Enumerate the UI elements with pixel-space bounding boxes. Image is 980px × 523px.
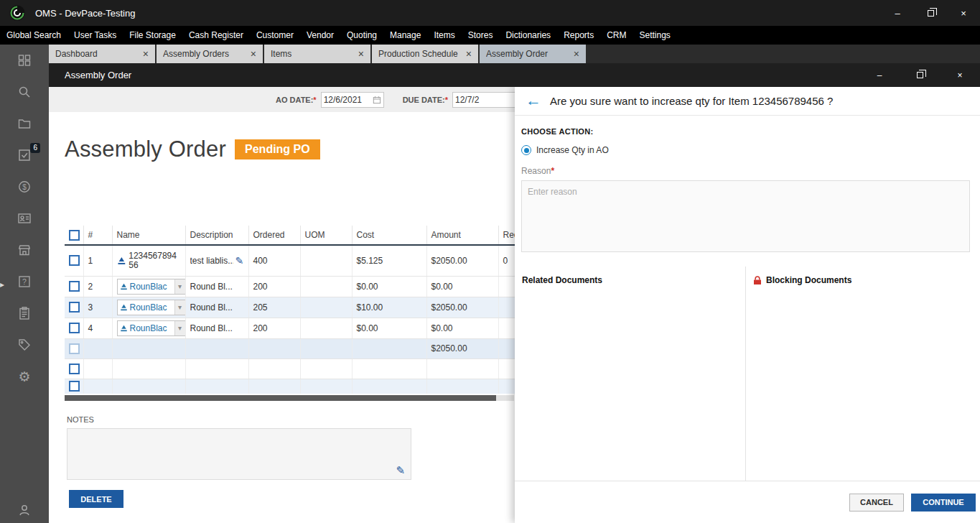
item-type-icon — [120, 282, 128, 290]
edit-description-icon[interactable]: ✎ — [235, 255, 244, 267]
menu-item-manage[interactable]: Manage — [383, 26, 427, 45]
column-header-received[interactable]: Rec — [498, 226, 515, 245]
increase-qty-radio-option[interactable]: Increase Qty in AO — [521, 145, 970, 155]
cell-uom[interactable] — [300, 245, 352, 276]
sidebar-item-files[interactable] — [0, 108, 49, 139]
column-header-uom[interactable]: UOM — [300, 226, 352, 245]
radio-selected-icon[interactable] — [521, 145, 531, 155]
row-checkbox[interactable] — [69, 323, 80, 333]
sidebar-item-tags[interactable] — [0, 329, 49, 361]
tab-production-schedule[interactable]: Production Schedule × — [372, 45, 478, 63]
item-name-link[interactable]: 123456789456 — [129, 251, 180, 270]
ao-date-input[interactable] — [324, 95, 373, 105]
inner-restore-button[interactable] — [900, 63, 940, 87]
sidebar-item-money[interactable]: $ — [0, 171, 49, 203]
sidebar-item-dashboard[interactable] — [0, 45, 49, 76]
minimize-button[interactable]: – — [881, 0, 914, 26]
sidebar-item-orders[interactable] — [0, 297, 49, 329]
cell-ordered[interactable]: 205 — [248, 297, 300, 318]
item-type-icon — [120, 324, 128, 332]
chevron-down-icon[interactable]: ▾ — [174, 321, 185, 335]
menu-item-stores[interactable]: Stores — [462, 26, 500, 45]
cell-ordered[interactable]: 200 — [248, 318, 300, 338]
tab-items[interactable]: Items × — [264, 45, 370, 63]
edit-notes-icon[interactable]: ✎ — [396, 464, 405, 477]
cell-uom[interactable] — [300, 297, 352, 318]
column-header-name[interactable]: Name — [112, 226, 185, 245]
row-checkbox[interactable] — [69, 255, 80, 266]
cell-ordered[interactable]: 200 — [248, 276, 300, 297]
continue-button[interactable]: CONTINUE — [911, 494, 976, 512]
tab-assembly-order[interactable]: Assembly Order × — [480, 45, 586, 63]
column-header-description[interactable]: Description — [185, 226, 248, 245]
notes-field[interactable]: ✎ — [67, 428, 411, 480]
restore-button[interactable] — [914, 0, 947, 26]
item-select-combobox[interactable]: RounBlac ▾ — [117, 320, 186, 336]
related-documents-title: Related Documents — [522, 275, 738, 285]
row-checkbox[interactable] — [69, 364, 80, 374]
cell-cost[interactable]: $10.00 — [352, 297, 426, 318]
sidebar-item-tasks[interactable]: 6 — [0, 139, 49, 171]
column-header-num[interactable]: # — [83, 226, 112, 245]
cell-uom[interactable] — [300, 318, 352, 338]
menu-item-reports[interactable]: Reports — [557, 26, 600, 45]
tab-close-icon[interactable]: × — [139, 48, 149, 60]
scrollbar-thumb[interactable] — [65, 395, 496, 401]
menu-item-crm[interactable]: CRM — [600, 26, 633, 45]
menu-item-customer[interactable]: Customer — [250, 26, 300, 45]
delete-button[interactable]: DELETE — [69, 490, 123, 508]
horizontal-scrollbar[interactable] — [65, 395, 514, 401]
status-badge: Pending PO — [235, 139, 320, 159]
row-checkbox[interactable] — [69, 302, 80, 313]
item-select-combobox[interactable]: RounBlac ▾ — [117, 279, 186, 295]
menu-item-file-storage[interactable]: File Storage — [123, 26, 182, 45]
sidebar-item-help[interactable]: ? — [0, 266, 49, 297]
sidebar-item-search[interactable] — [0, 76, 49, 108]
cell-cost[interactable]: $0.00 — [352, 276, 426, 297]
cell-uom[interactable] — [300, 276, 352, 297]
inner-window-titlebar: Assembly Order – × — [49, 63, 980, 87]
tab-close-icon[interactable]: × — [462, 48, 472, 60]
menu-item-vendor[interactable]: Vendor — [300, 26, 340, 45]
sidebar-item-settings[interactable]: ⚙ — [0, 361, 49, 392]
menu-item-quoting[interactable]: Quoting — [340, 26, 383, 45]
chevron-down-icon[interactable]: ▾ — [174, 300, 185, 315]
tab-close-icon[interactable]: × — [569, 48, 579, 60]
cell-ordered[interactable]: 400 — [248, 245, 300, 276]
menu-item-user-tasks[interactable]: User Tasks — [67, 26, 123, 45]
back-arrow-icon[interactable]: ← — [526, 93, 541, 108]
sidebar-item-user[interactable] — [0, 503, 49, 517]
row-checkbox[interactable] — [69, 281, 80, 292]
cancel-button[interactable]: CANCEL — [849, 494, 904, 512]
reason-textarea[interactable] — [521, 180, 970, 252]
inner-close-button[interactable]: × — [940, 63, 980, 87]
tab-close-icon[interactable]: × — [354, 48, 364, 60]
chevron-down-icon[interactable]: ▾ — [174, 279, 185, 294]
menu-item-settings[interactable]: Settings — [633, 26, 676, 45]
row-checkbox[interactable] — [69, 381, 80, 392]
menu-item-items[interactable]: Items — [427, 26, 461, 45]
menu-item-dictionaries[interactable]: Dictionaries — [499, 26, 557, 45]
column-header-ordered[interactable]: Ordered — [248, 226, 300, 245]
cell-cost[interactable]: $0.00 — [352, 318, 426, 338]
select-all-checkbox[interactable] — [69, 230, 80, 241]
ao-date-field[interactable] — [321, 92, 384, 108]
due-date-field[interactable] — [452, 92, 515, 108]
menu-item-global-search[interactable]: Global Search — [0, 26, 67, 45]
sidebar-expander-icon[interactable]: ▸ — [0, 280, 4, 289]
tab-assembly-orders[interactable]: Assembly Orders × — [157, 45, 263, 63]
inner-minimize-button[interactable]: – — [859, 63, 900, 87]
menu-item-cash-register[interactable]: Cash Register — [182, 26, 250, 45]
calendar-icon[interactable] — [373, 95, 381, 105]
item-select-combobox[interactable]: RounBlac ▾ — [117, 300, 186, 315]
tab-dashboard[interactable]: Dashboard × — [49, 45, 155, 63]
column-header-cost[interactable]: Cost — [352, 226, 426, 245]
row-checkbox[interactable] — [69, 343, 80, 354]
sidebar-item-stores[interactable] — [0, 234, 49, 266]
column-header-amount[interactable]: Amount — [426, 226, 498, 245]
due-date-input[interactable] — [455, 95, 513, 105]
sidebar-item-contacts[interactable] — [0, 203, 49, 234]
close-button[interactable]: × — [947, 0, 980, 26]
cell-cost[interactable]: $5.125 — [352, 245, 426, 276]
tab-close-icon[interactable]: × — [246, 48, 256, 60]
